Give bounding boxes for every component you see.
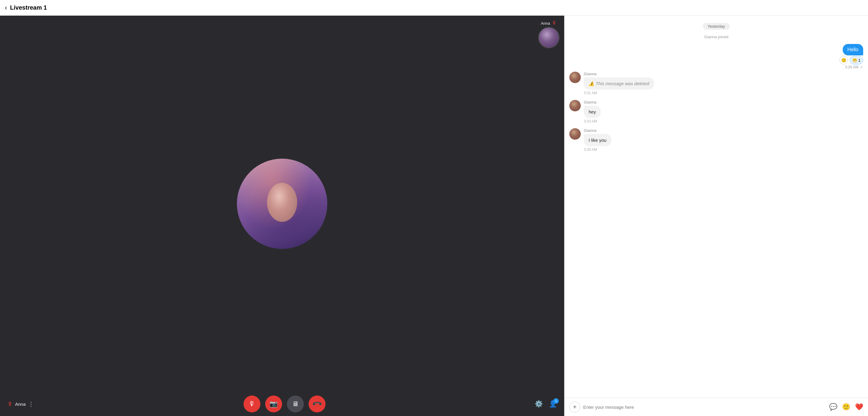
more-options-icon[interactable]: ⋮ (28, 400, 34, 408)
sender-name-2: Gianna (584, 100, 601, 104)
back-button[interactable]: ‹ (5, 4, 7, 12)
message-time-hello: 3:26 AM (845, 65, 858, 69)
add-media-button[interactable]: + (569, 402, 580, 412)
sender-name-1: Gianna (584, 72, 654, 76)
participant-avatar (538, 27, 559, 48)
message-content-hey: Gianna hey 3:33 AM (584, 100, 601, 124)
add-reaction-button[interactable]: 🙂 (839, 56, 848, 64)
message-time-deleted: 3:31 AM (584, 91, 654, 95)
video-bottom-bar: 🎙 Anna ⋮ 🎙 📷 🖥 📞 ⚙️ 👤 1 (0, 392, 564, 416)
hangup-button[interactable]: 📞 (305, 392, 329, 416)
page-title: Livestream 1 (10, 4, 47, 11)
gianna-avatar-1 (569, 72, 581, 83)
video-panel: Anna 🎙 🎙 Anna ⋮ 🎙 (0, 16, 564, 416)
main-avatar (237, 159, 327, 249)
mute-button[interactable]: 🎙 (244, 395, 260, 412)
reactions-hello: 🙂 😁 1 (839, 56, 863, 64)
speech-bubble-icon[interactable]: 💬 (829, 403, 837, 411)
camera-button[interactable]: 📷 (265, 395, 282, 412)
read-tick-hello: ✓ (860, 65, 863, 69)
messages-area: Yesterday Gianna joined Hello 🙂 😁 1 3:26… (564, 16, 868, 397)
message-out-hello: Hello 🙂 😁 1 3:26 AM ✓ (569, 44, 863, 69)
emoji-icon[interactable]: 🙂 (842, 403, 850, 411)
message-in-deleted: Gianna ⚠️ This message was deleted 3:31 … (569, 72, 863, 95)
heart-icon[interactable]: ❤️ (855, 403, 863, 411)
day-label: Yesterday (703, 23, 730, 30)
participant-thumbnail: Anna 🎙 (538, 21, 559, 48)
day-divider: Yesterday (569, 23, 863, 30)
participants-badge: 1 (553, 398, 559, 404)
message-time-ilikeyou: 3:39 AM (584, 147, 611, 152)
message-time-hey: 3:33 AM (584, 119, 601, 124)
message-meta-hello: 3:26 AM ✓ (845, 65, 863, 69)
settings-icon[interactable]: ⚙️ (535, 400, 543, 408)
ilikeyou-message-bubble: I like you (584, 134, 611, 146)
reaction-happy[interactable]: 😁 1 (849, 56, 863, 64)
speaker-name: Anna (15, 402, 26, 407)
settings-container: ⚙️ (535, 400, 543, 408)
message-in-hey: Gianna hey 3:33 AM (569, 100, 863, 124)
message-in-ilikeyou: Gianna I like you 3:39 AM (569, 128, 863, 152)
bottom-right-actions: ⚙️ 👤 1 (535, 400, 557, 408)
gianna-avatar-3 (569, 128, 581, 140)
call-controls: 🎙 📷 🖥 📞 (244, 395, 326, 412)
system-message: Gianna joined (569, 35, 863, 39)
message-bubble-hello: Hello (843, 44, 863, 56)
speaker-info: 🎙 Anna ⋮ (7, 400, 34, 408)
chat-panel: Yesterday Gianna joined Hello 🙂 😁 1 3:26… (564, 16, 868, 416)
speaker-mute-icon: 🎙 (7, 401, 13, 407)
participants-container: 👤 1 (549, 400, 557, 408)
header: ‹ Livestream 1 (0, 0, 868, 16)
input-actions: 💬 🙂 ❤️ (829, 403, 863, 411)
main-layout: Anna 🎙 🎙 Anna ⋮ 🎙 (0, 16, 868, 416)
hey-message-bubble: hey (584, 106, 601, 118)
message-content-ilikeyou: Gianna I like you 3:39 AM (584, 128, 611, 152)
input-row: + 💬 🙂 ❤️ (569, 402, 863, 412)
gianna-avatar-2 (569, 100, 581, 111)
chat-input-area: + 💬 🙂 ❤️ (564, 397, 868, 416)
main-video-area (0, 16, 564, 392)
participant-name: Anna (541, 21, 550, 26)
screen-share-button[interactable]: 🖥 (287, 395, 304, 412)
participant-mute-icon: 🎙 (552, 21, 557, 26)
deleted-message-bubble: ⚠️ This message was deleted (584, 77, 654, 90)
message-content-deleted: Gianna ⚠️ This message was deleted 3:31 … (584, 72, 654, 95)
sender-name-3: Gianna (584, 128, 611, 133)
message-input[interactable] (583, 405, 826, 410)
